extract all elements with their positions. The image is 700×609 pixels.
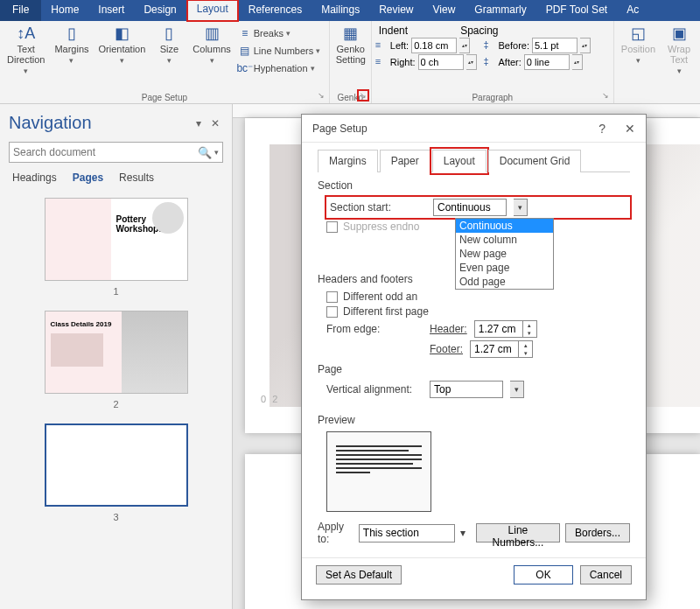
option-continuous[interactable]: Continuous — [456, 219, 553, 233]
spacing-after-input[interactable] — [524, 54, 570, 70]
margins-label: Margins — [54, 44, 88, 54]
line-numbers-dialog-button[interactable]: Line Numbers... — [476, 523, 560, 542]
option-odd-page[interactable]: Odd page — [456, 275, 553, 289]
navigation-pane: Navigation ▾ ✕ 🔍▾ Headings Pages Results… — [0, 104, 233, 609]
thumbnail-list: Pottery Workshops 1 Class Details 2019 2… — [9, 198, 223, 531]
dialog-tab-layout[interactable]: Layout — [432, 150, 486, 172]
search-icon[interactable]: 🔍 — [198, 146, 212, 159]
footer-spinner[interactable]: ▴▾ — [519, 340, 533, 358]
diff-odd-even-label: Different odd an — [343, 290, 417, 303]
margins-button[interactable]: ▯ Margins▾ — [51, 23, 92, 66]
text-direction-label: Text Direction — [7, 44, 45, 65]
page-thumbnail-1[interactable]: Pottery Workshops — [45, 198, 188, 281]
section-start-dropdown-icon[interactable]: ▾ — [514, 199, 528, 216]
indent-right-spinner[interactable]: ▴▾ — [466, 54, 477, 70]
page-setup-launcher[interactable]: ↘ — [315, 89, 327, 102]
header-input[interactable] — [474, 320, 523, 338]
indent-left-spinner[interactable]: ▴▾ — [459, 38, 470, 53]
diff-first-page-checkbox[interactable] — [326, 306, 338, 318]
valign-dropdown-icon[interactable]: ▾ — [510, 381, 524, 398]
position-button[interactable]: ◱Position▾ — [618, 23, 659, 66]
dialog-tab-paper[interactable]: Paper — [380, 150, 430, 172]
breaks-button[interactable]: ≡Breaks▾ — [237, 26, 322, 40]
dialog-tab-margins[interactable]: Margins — [318, 150, 378, 172]
genko-launcher[interactable]: ↘ — [357, 89, 369, 102]
page-thumbnail-3[interactable] — [45, 424, 188, 507]
tab-grammarly[interactable]: Grammarly — [465, 0, 536, 21]
ok-button[interactable]: OK — [514, 565, 572, 584]
dialog-close-icon[interactable]: ✕ — [625, 122, 635, 136]
columns-icon: ▥ — [203, 24, 220, 42]
page-thumbnail-2[interactable]: Class Details 2019 — [45, 311, 188, 394]
nav-close-icon[interactable]: ✕ — [211, 117, 223, 130]
wrap-text-icon: ▣ — [670, 24, 688, 42]
section-start-select[interactable] — [433, 199, 507, 216]
footer-label: Footer: — [430, 343, 463, 355]
header-spinner[interactable]: ▴▾ — [523, 320, 537, 338]
hyphenation-icon: bc⁻ — [239, 62, 251, 74]
ribbon-body: ↕A Text Direction▾ ▯ Margins▾ ◧ Orientat… — [0, 21, 700, 104]
search-dropdown-icon[interactable]: ▾ — [214, 148, 219, 157]
spacing-before-spinner[interactable]: ▴▾ — [580, 38, 591, 53]
spacing-before-input[interactable] — [532, 38, 578, 53]
footer-input[interactable] — [470, 340, 519, 358]
search-box[interactable]: 🔍▾ — [9, 142, 223, 163]
option-even-page[interactable]: Even page — [456, 261, 553, 275]
apply-to-dropdown-icon[interactable]: ▾ — [460, 527, 466, 539]
orientation-button[interactable]: ◧ Orientation▾ — [95, 23, 150, 66]
hyphenation-button[interactable]: bc⁻Hyphenation▾ — [237, 61, 322, 75]
tab-view[interactable]: View — [424, 0, 466, 21]
breaks-label: Breaks — [254, 28, 284, 38]
tab-home[interactable]: Home — [41, 0, 88, 21]
columns-button[interactable]: ▥ Columns▾ — [189, 23, 234, 66]
search-input[interactable] — [13, 146, 198, 158]
borders-dialog-button[interactable]: Borders... — [565, 523, 630, 542]
dialog-help-icon[interactable]: ? — [598, 122, 606, 136]
apply-to-select[interactable] — [359, 524, 455, 542]
spacing-after-spinner[interactable]: ▴▾ — [572, 54, 583, 70]
tab-layout[interactable]: Layout — [186, 0, 239, 22]
indent-left-label: Left: — [390, 40, 409, 51]
text-direction-button[interactable]: ↕A Text Direction▾ — [4, 23, 48, 77]
tab-pdf-tool-set[interactable]: PDF Tool Set — [536, 0, 617, 21]
page-setup-group-label: Page Setup — [4, 91, 326, 103]
suppress-endnotes-checkbox[interactable] — [326, 221, 338, 233]
valign-select[interactable] — [430, 381, 503, 398]
preview-heading: Preview — [318, 414, 630, 426]
position-label: Position — [621, 44, 655, 54]
tab-review[interactable]: Review — [369, 0, 423, 21]
size-label: Size — [160, 44, 178, 54]
tab-design[interactable]: Design — [134, 0, 186, 21]
section-start-label: Section start: — [330, 201, 426, 214]
tab-file[interactable]: File — [0, 0, 41, 21]
dialog-tabs: Margins Paper Layout Document Grid — [318, 150, 630, 172]
dialog-tab-document-grid[interactable]: Document Grid — [488, 150, 582, 172]
page-heading: Page — [318, 363, 630, 375]
nav-tab-results[interactable]: Results — [119, 172, 154, 184]
indent-right-input[interactable] — [418, 54, 464, 70]
cancel-button[interactable]: Cancel — [580, 565, 632, 584]
orientation-icon: ◧ — [113, 24, 130, 42]
option-new-page[interactable]: New page — [456, 247, 553, 261]
indent-right-icon: ≡ — [375, 56, 388, 68]
nav-dropdown-icon[interactable]: ▾ — [196, 117, 205, 130]
tab-references[interactable]: References — [239, 0, 312, 21]
nav-tabs: Headings Pages Results — [9, 172, 223, 184]
paragraph-launcher[interactable]: ↘ — [599, 89, 612, 102]
set-as-default-button[interactable]: Set As Default — [316, 565, 402, 584]
line-numbers-button[interactable]: ▤Line Numbers▾ — [237, 44, 322, 58]
tab-mailings[interactable]: Mailings — [312, 0, 369, 21]
nav-tab-headings[interactable]: Headings — [12, 172, 57, 184]
dialog-title: Page Setup — [312, 122, 368, 135]
tab-insert[interactable]: Insert — [88, 0, 134, 21]
option-new-column[interactable]: New column — [456, 233, 553, 247]
genko-button[interactable]: ▦ Genko Setting — [333, 23, 368, 66]
diff-odd-even-checkbox[interactable] — [326, 291, 338, 303]
line-numbers-icon: ▤ — [239, 45, 251, 57]
tab-overflow[interactable]: Ac — [617, 0, 648, 21]
nav-tab-pages[interactable]: Pages — [73, 172, 103, 184]
indent-left-input[interactable] — [411, 38, 457, 53]
thumb1-label: 1 — [113, 286, 118, 297]
wrap-text-button[interactable]: ▣Wrap Text▾ — [662, 23, 696, 77]
size-button[interactable]: ▯ Size▾ — [151, 23, 186, 66]
